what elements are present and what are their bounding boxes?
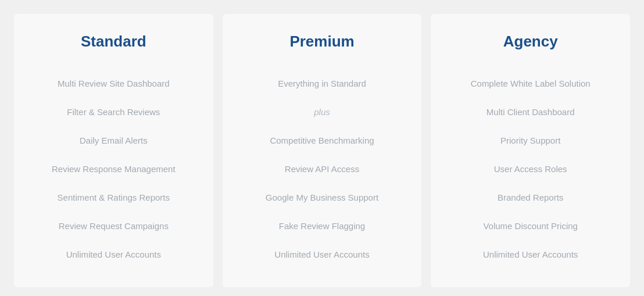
plan-feature-item: Unlimited User Accounts — [28, 240, 199, 269]
plan-feature-item: Fake Review Flagging — [237, 212, 408, 240]
plan-feature-item: User Access Roles — [445, 155, 616, 183]
plan-feature-item: Multi Client Dashboard — [445, 98, 616, 126]
plan-feature-item: Filter & Search Reviews — [28, 98, 199, 126]
plan-features-agency: Complete White Label SolutionMulti Clien… — [445, 69, 616, 269]
plan-card-agency: AgencyComplete White Label SolutionMulti… — [431, 14, 630, 287]
plan-feature-item: Review Response Management — [28, 155, 199, 183]
plan-title-standard: Standard — [81, 33, 146, 51]
plan-feature-item: plus — [237, 98, 408, 126]
plan-feature-item: Review API Access — [237, 155, 408, 183]
plan-feature-item: Branded Reports — [445, 183, 616, 212]
plan-feature-item: Unlimited User Accounts — [445, 240, 616, 269]
plan-feature-item: Daily Email Alerts — [28, 126, 199, 155]
plan-feature-item: Competitive Benchmarking — [237, 126, 408, 155]
plan-feature-item: Google My Business Support — [237, 183, 408, 212]
plan-card-premium: PremiumEverything in StandardplusCompeti… — [223, 14, 422, 287]
plan-card-standard: StandardMulti Review Site DashboardFilte… — [14, 14, 213, 287]
plan-title-premium: Premium — [289, 33, 354, 51]
plan-features-premium: Everything in StandardplusCompetitive Be… — [237, 69, 408, 269]
plan-feature-item: Review Request Campaigns — [28, 212, 199, 240]
plan-feature-item: Unlimited User Accounts — [237, 240, 408, 269]
plan-feature-item: Complete White Label Solution — [445, 69, 616, 98]
plan-feature-item: Priority Support — [445, 126, 616, 155]
plan-feature-item: Everything in Standard — [237, 69, 408, 98]
plan-feature-item: Volume Discount Pricing — [445, 212, 616, 240]
plan-feature-item: Multi Review Site Dashboard — [28, 69, 199, 98]
plan-features-standard: Multi Review Site DashboardFilter & Sear… — [28, 69, 199, 269]
plan-feature-item: Sentiment & Ratings Reports — [28, 183, 199, 212]
plans-container: StandardMulti Review Site DashboardFilte… — [0, 0, 644, 296]
plan-title-agency: Agency — [503, 33, 558, 51]
